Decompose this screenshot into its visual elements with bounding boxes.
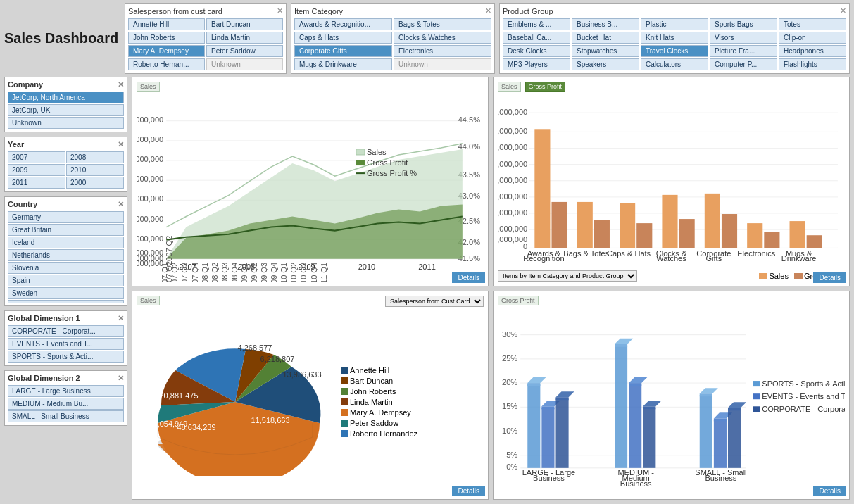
svg-text:2009 Q3: 2009 Q3 bbox=[260, 263, 268, 282]
bar-chart-sales-tab[interactable]: Sales bbox=[498, 82, 521, 92]
pg-stop[interactable]: Stopwatches bbox=[572, 45, 639, 57]
svg-text:SPORTS - Sports & Activities: SPORTS - Sports & Activities bbox=[762, 379, 845, 388]
year-2010[interactable]: 2010 bbox=[66, 164, 124, 176]
svg-text:2009: 2009 bbox=[298, 263, 315, 271]
cat-caps[interactable]: Caps & Hats bbox=[294, 32, 392, 44]
salesperson-filter-grid: Annette Hill Bart Duncan John Roberts Li… bbox=[128, 18, 283, 70]
svg-rect-124 bbox=[527, 383, 540, 386]
salesperson-filter-icon[interactable]: ✕ bbox=[277, 6, 283, 15]
dim1-events[interactable]: EVENTS - Events and T... bbox=[8, 338, 124, 350]
item-category-icon[interactable]: ✕ bbox=[485, 6, 491, 15]
company-icon[interactable]: ✕ bbox=[118, 80, 124, 89]
dim2-small[interactable]: SMALL - Small Business bbox=[8, 410, 124, 422]
year-label: Year bbox=[8, 140, 24, 149]
salesperson-mary[interactable]: Mary A. Dempsey bbox=[128, 45, 205, 57]
year-2007[interactable]: 2007 bbox=[8, 151, 65, 163]
pg-visors[interactable]: Visors bbox=[710, 32, 777, 44]
svg-rect-86 bbox=[747, 223, 762, 248]
salesperson-roberto[interactable]: Roberto Hernan... bbox=[128, 58, 205, 70]
global-dim1-icon[interactable]: ✕ bbox=[118, 314, 124, 323]
dim2-large[interactable]: LARGE - Large Business bbox=[8, 385, 124, 397]
cat-corporate[interactable]: Corporate Gifts bbox=[294, 45, 392, 57]
country-switzerland[interactable]: Switzerland bbox=[8, 300, 124, 303]
pg-baseball[interactable]: Baseball Ca... bbox=[503, 32, 570, 44]
svg-rect-144 bbox=[714, 420, 727, 467]
salesperson-annette[interactable]: Annette Hill bbox=[128, 18, 205, 30]
pie-chart-dropdown[interactable]: Salesperson from Cust Card bbox=[385, 296, 484, 307]
country-spain[interactable]: Spain bbox=[8, 275, 124, 286]
cat-mugs[interactable]: Mugs & Drinkware bbox=[294, 58, 392, 70]
bar-chart-gp-tab[interactable]: Gross Profit bbox=[525, 82, 566, 92]
bar-chart-svg: 45,000,000 40,000,000 35,000,000 30,000,… bbox=[498, 96, 845, 269]
year-2000[interactable]: 2000 bbox=[66, 177, 124, 189]
year-2008[interactable]: 2008 bbox=[66, 151, 124, 163]
pg-desk[interactable]: Desk Clocks bbox=[503, 45, 570, 57]
country-icon[interactable]: ✕ bbox=[118, 200, 124, 209]
country-sweden[interactable]: Sweden bbox=[8, 287, 124, 299]
svg-text:Caps & Hats: Caps & Hats bbox=[607, 249, 651, 258]
svg-rect-129 bbox=[556, 398, 569, 468]
cat-bags[interactable]: Bags & Totes bbox=[394, 18, 491, 30]
product-group-icon[interactable]: ✕ bbox=[840, 6, 846, 15]
gp-chart-details-btn[interactable]: Details bbox=[813, 486, 846, 496]
pg-mp3[interactable]: MP3 Players bbox=[503, 58, 570, 70]
svg-text:5,000,000: 5,000,000 bbox=[137, 215, 163, 223]
pg-flash[interactable]: Flashlights bbox=[779, 58, 846, 70]
svg-rect-127 bbox=[541, 406, 554, 409]
svg-text:1,000,000: 1,000,000 bbox=[137, 259, 163, 267]
pg-plastic[interactable]: Plastic bbox=[641, 18, 708, 30]
product-group-grid: Emblems & ... Business B... Plastic Spor… bbox=[503, 18, 846, 70]
company-jetcorp-na[interactable]: JetCorp, North America bbox=[8, 92, 124, 103]
global-dim2-list: LARGE - Large Business MEDIUM - Medium B… bbox=[8, 385, 124, 422]
year-2009[interactable]: 2009 bbox=[8, 164, 65, 176]
svg-text:Bags & Totes: Bags & Totes bbox=[563, 249, 609, 258]
country-gb[interactable]: Great Britain bbox=[8, 224, 124, 236]
cat-clocks[interactable]: Clocks & Watches bbox=[394, 32, 491, 44]
salesperson-john[interactable]: John Roberts bbox=[128, 32, 205, 44]
company-unknown[interactable]: Unknown bbox=[8, 117, 124, 129]
pg-picture[interactable]: Picture Fra... bbox=[710, 45, 777, 57]
legend-annette: Annette Hill bbox=[341, 366, 417, 374]
bar-chart-panel: Sales Gross Profit 45,000,000 40,000,000… bbox=[493, 77, 850, 286]
pg-business[interactable]: Business B... bbox=[572, 18, 639, 30]
pg-knit[interactable]: Knit Hats bbox=[641, 32, 708, 44]
year-icon[interactable]: ✕ bbox=[118, 140, 124, 149]
pg-clipon[interactable]: Clip-on bbox=[779, 32, 846, 44]
svg-text:7,000,000: 7,000,000 bbox=[137, 175, 163, 183]
salesperson-unknown[interactable]: Unknown bbox=[206, 58, 283, 70]
svg-text:30,000,000: 30,000,000 bbox=[498, 160, 527, 168]
pg-sportsbags[interactable]: Sports Bags bbox=[710, 18, 777, 30]
pg-headphones[interactable]: Headphones bbox=[779, 45, 846, 57]
dim2-medium[interactable]: MEDIUM - Medium Bu... bbox=[8, 398, 124, 410]
salesperson-linda[interactable]: Linda Martin bbox=[206, 32, 283, 44]
pie-chart-panel: Sales Salesperson from Cust Card bbox=[132, 291, 489, 500]
country-iceland[interactable]: Iceland bbox=[8, 237, 124, 248]
company-jetcorp-uk[interactable]: JetCorp, UK bbox=[8, 104, 124, 116]
cat-unknown[interactable]: Unknown bbox=[394, 58, 491, 70]
pg-travel[interactable]: Travel Clocks bbox=[641, 45, 708, 57]
cat-awards[interactable]: Awards & Recognitio... bbox=[294, 18, 392, 30]
gp-chart-panel: Gross Profit 30% 25% 20% 15% 10% 5% 0% bbox=[493, 291, 850, 500]
pg-computer[interactable]: Computer P... bbox=[710, 58, 777, 70]
bar-chart-details-btn[interactable]: Details bbox=[813, 272, 846, 283]
pg-totes[interactable]: Totes bbox=[779, 18, 846, 30]
pg-emblems[interactable]: Emblems & ... bbox=[503, 18, 570, 30]
country-germany[interactable]: Germany bbox=[8, 211, 124, 223]
pg-calc[interactable]: Calculators bbox=[641, 58, 708, 70]
salesperson-bart[interactable]: Bart Duncan bbox=[206, 18, 283, 30]
pg-speakers[interactable]: Speakers bbox=[572, 58, 639, 70]
country-slovenia[interactable]: Slovenia bbox=[8, 262, 124, 274]
dim1-corporate[interactable]: CORPORATE - Corporat... bbox=[8, 325, 124, 337]
pie-chart-details-btn[interactable]: Details bbox=[452, 486, 485, 496]
bar-chart-dropdown[interactable]: Items by Item Category and Product Group bbox=[498, 270, 637, 282]
dashboard-title: Sales Dashboard bbox=[4, 3, 120, 74]
country-netherlands[interactable]: Netherlands bbox=[8, 249, 124, 261]
svg-rect-136 bbox=[629, 383, 641, 386]
line-chart-details-btn[interactable]: Details bbox=[452, 272, 485, 283]
cat-electronics[interactable]: Electronics bbox=[394, 45, 491, 57]
global-dim2-icon[interactable]: ✕ bbox=[118, 374, 124, 383]
dim1-sports[interactable]: SPORTS - Sports & Acti... bbox=[8, 351, 124, 363]
year-2011[interactable]: 2011 bbox=[8, 177, 65, 189]
salesperson-peter[interactable]: Peter Saddow bbox=[206, 45, 283, 57]
pg-bucket[interactable]: Bucket Hat bbox=[572, 32, 639, 44]
